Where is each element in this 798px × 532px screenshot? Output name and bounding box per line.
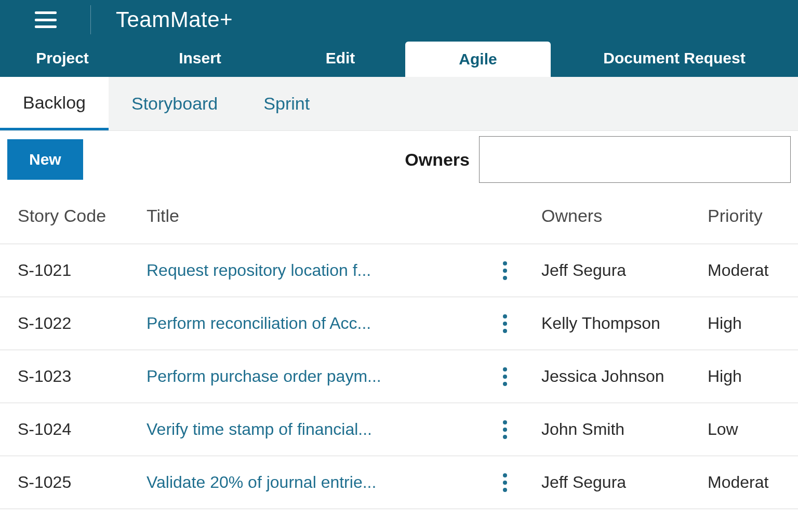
- table-row: S-1021 Request repository location f... …: [0, 244, 798, 297]
- tab-insert[interactable]: Insert: [125, 39, 275, 77]
- kebab-icon[interactable]: [498, 468, 512, 497]
- cell-owner: Jessica Johnson: [541, 367, 708, 386]
- subtab-sprint[interactable]: Sprint: [241, 77, 332, 130]
- cell-owner: Kelly Thompson: [541, 314, 708, 333]
- cell-story-code: S-1024: [7, 420, 147, 439]
- cell-story-code: S-1025: [7, 473, 147, 492]
- cell-owner: Jeff Segura: [541, 261, 708, 280]
- owners-filter-label: Owners: [405, 150, 470, 170]
- backlog-grid: Story Code Title Owners Priority S-1021 …: [0, 188, 798, 509]
- kebab-icon[interactable]: [498, 256, 512, 285]
- cell-owner: John Smith: [541, 420, 708, 439]
- main-tab-bar: Project Insert Edit Agile Document Reque…: [0, 39, 798, 77]
- owners-filter-input[interactable]: [479, 136, 791, 183]
- kebab-icon[interactable]: [498, 415, 512, 444]
- table-row: S-1022 Perform reconciliation of Acc... …: [0, 297, 798, 350]
- col-header-owners[interactable]: Owners: [541, 206, 708, 226]
- table-row: S-1024 Verify time stamp of financial...…: [0, 403, 798, 456]
- cell-priority: High: [708, 367, 791, 386]
- cell-row-menu: [469, 468, 541, 497]
- tab-edit[interactable]: Edit: [275, 39, 405, 77]
- table-row: S-1025 Validate 20% of journal entrie...…: [0, 456, 798, 509]
- cell-title-link[interactable]: Validate 20% of journal entrie...: [147, 473, 469, 492]
- cell-row-menu: [469, 256, 541, 285]
- cell-row-menu: [469, 309, 541, 338]
- toolbar: New Owners: [0, 131, 798, 188]
- cell-title-link[interactable]: Perform reconciliation of Acc...: [147, 314, 469, 333]
- cell-story-code: S-1022: [7, 314, 147, 333]
- cell-priority: High: [708, 314, 791, 333]
- cell-row-menu: [469, 415, 541, 444]
- cell-story-code: S-1023: [7, 367, 147, 386]
- cell-priority: Moderat: [708, 473, 791, 492]
- cell-owner: Jeff Segura: [541, 473, 708, 492]
- kebab-icon[interactable]: [498, 309, 512, 338]
- cell-story-code: S-1021: [7, 261, 147, 280]
- subtab-backlog[interactable]: Backlog: [0, 77, 109, 130]
- cell-row-menu: [469, 362, 541, 391]
- cell-title-link[interactable]: Perform purchase order paym...: [147, 367, 469, 386]
- col-header-priority[interactable]: Priority: [708, 206, 791, 226]
- cell-title-link[interactable]: Request repository location f...: [147, 261, 469, 280]
- cell-priority: Low: [708, 420, 791, 439]
- new-button[interactable]: New: [7, 139, 83, 180]
- subtab-storyboard[interactable]: Storyboard: [109, 77, 241, 130]
- tab-agile[interactable]: Agile: [405, 42, 551, 77]
- col-header-story-code[interactable]: Story Code: [7, 206, 147, 226]
- sub-tab-bar: Backlog Storyboard Sprint: [0, 77, 798, 131]
- tab-project[interactable]: Project: [0, 39, 125, 77]
- cell-title-link[interactable]: Verify time stamp of financial...: [147, 420, 469, 439]
- grid-header-row: Story Code Title Owners Priority: [0, 188, 798, 244]
- col-header-title[interactable]: Title: [147, 206, 469, 226]
- app-header: TeamMate+: [0, 0, 798, 39]
- hamburger-container: [0, 0, 91, 39]
- kebab-icon[interactable]: [498, 362, 512, 391]
- hamburger-icon[interactable]: [35, 11, 57, 28]
- table-row: S-1023 Perform purchase order paym... Je…: [0, 350, 798, 403]
- app-title: TeamMate+: [91, 7, 233, 32]
- tab-document-request[interactable]: Document Request: [551, 39, 798, 77]
- cell-priority: Moderat: [708, 261, 791, 280]
